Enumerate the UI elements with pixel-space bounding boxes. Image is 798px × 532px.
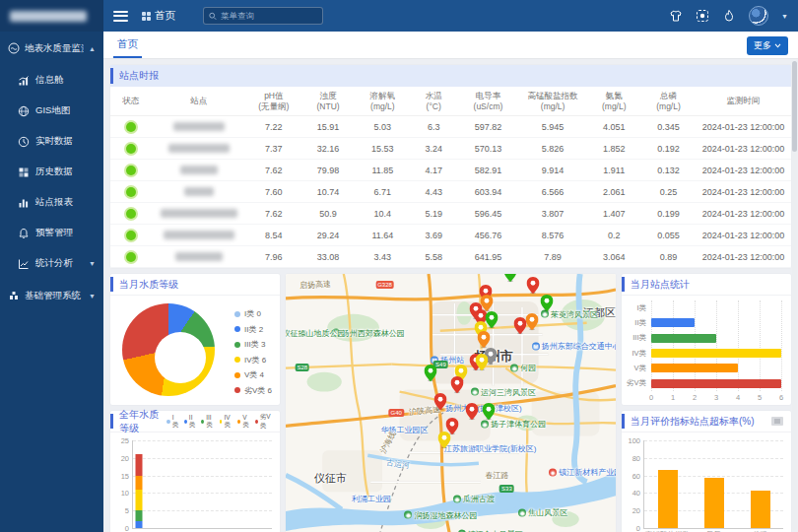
flame-icon[interactable]: [722, 9, 736, 23]
sidebar-item-station-report[interactable]: 站点报表: [0, 187, 103, 218]
sidebar-group-basic-management[interactable]: 基础管理系统 ▼: [0, 279, 103, 312]
y-tick-label: 25: [121, 436, 129, 445]
table-row[interactable]: 7.9633.083.435.58641.957.893.0640.892024…: [110, 246, 791, 268]
bar[interactable]: [651, 349, 781, 358]
map-marker[interactable]: [527, 277, 540, 299]
search-input[interactable]: [221, 11, 317, 21]
collapse-menu-icon[interactable]: [113, 11, 128, 22]
stacked-column[interactable]: [263, 440, 270, 528]
y-tick-label: 20: [121, 453, 129, 462]
map-marker[interactable]: [540, 295, 553, 316]
bar[interactable]: [651, 318, 695, 327]
chart-toolbox-icon[interactable]: [771, 417, 783, 426]
map-marker[interactable]: [483, 403, 496, 425]
table-row[interactable]: 8.5429.2411.643.69456.768.5760.20.055202…: [110, 225, 791, 246]
breadcrumb[interactable]: 首页: [142, 9, 175, 23]
legend-item[interactable]: III类: [201, 414, 214, 430]
legend-item[interactable]: IV类 6: [234, 355, 272, 366]
gis-map-icon: [18, 105, 30, 117]
screenshot-icon[interactable]: [696, 9, 709, 23]
legend-item[interactable]: V类: [237, 414, 250, 430]
alert-icon: [18, 228, 30, 239]
map-marker[interactable]: [425, 364, 437, 385]
map-marker[interactable]: [476, 353, 489, 374]
map-marker[interactable]: [466, 403, 479, 425]
legend-item[interactable]: 劣V类 6: [234, 385, 272, 396]
legend-item[interactable]: I类 0: [234, 308, 272, 319]
legend-item[interactable]: II类: [184, 414, 197, 430]
value-cell: 7.60: [246, 187, 300, 197]
legend-item[interactable]: I类: [166, 414, 179, 430]
map-marker[interactable]: [437, 431, 450, 452]
map-marker[interactable]: [451, 376, 464, 398]
value-cell: 6.3: [410, 122, 457, 132]
sidebar-group-surface-water-system[interactable]: 地表水质量监测系统 ▲: [0, 32, 103, 65]
bar[interactable]: [704, 478, 724, 528]
sidebar-item-info-board[interactable]: 信息舱: [0, 65, 103, 96]
stacked-column[interactable]: [147, 440, 154, 528]
sidebar-item-realtime[interactable]: 实时数据: [0, 126, 103, 157]
stacked-column[interactable]: [251, 440, 258, 528]
map-marker[interactable]: [503, 274, 516, 287]
user-avatar[interactable]: [749, 6, 768, 26]
sidebar-item-history[interactable]: 历史数据: [0, 157, 103, 187]
y-tick-label: 40: [632, 489, 640, 498]
column-unit: (uS/cm): [457, 101, 518, 112]
map-marker[interactable]: [513, 317, 526, 339]
map-marker[interactable]: [434, 393, 447, 415]
legend-item[interactable]: II类 2: [234, 324, 272, 335]
legend-item[interactable]: V类 4: [234, 369, 272, 380]
status-ok-dot: [126, 166, 136, 175]
value-cell: 5.03: [356, 122, 410, 132]
map-marker[interactable]: [525, 313, 538, 335]
stacked-column[interactable]: [181, 440, 188, 528]
more-button[interactable]: 更多: [747, 36, 788, 55]
column-unit: (mg/L): [519, 101, 587, 112]
sidebar-item-gis-map[interactable]: GIS地图: [0, 96, 103, 126]
column-header: 高锰酸盐指数(mg/L): [519, 91, 587, 111]
map-panel[interactable]: 扬州市仪征市江都区♣扬州西郊森林公园♣仪征捺山地质公园♣茱萸湾风景区♣何园♣运河…: [286, 274, 616, 532]
legend-item[interactable]: 劣V类: [255, 413, 272, 431]
table-row[interactable]: 7.3732.1615.533.24570.135.8261.8520.1922…: [110, 138, 791, 160]
value-cell: 0.25: [641, 187, 696, 197]
table-row[interactable]: 7.6250.910.45.19596.453.8071.4070.199202…: [110, 203, 791, 225]
bar[interactable]: [651, 379, 781, 388]
stacked-column[interactable]: [159, 440, 166, 528]
station-report-panel-title: 站点时报: [110, 65, 791, 87]
bar[interactable]: [651, 364, 738, 372]
sidebar-item-stats[interactable]: 统计分析▼: [0, 248, 103, 279]
menu-search[interactable]: [203, 7, 323, 25]
stacked-column[interactable]: [239, 440, 246, 528]
page-scrollbar[interactable]: [792, 61, 797, 530]
legend-item[interactable]: IV类: [220, 414, 233, 430]
y-tick-label: 60: [632, 471, 640, 480]
legend-dot: [234, 357, 240, 363]
table-row[interactable]: 7.6279.9811.854.17582.919.9141.9110.1322…: [110, 160, 791, 181]
bar[interactable]: [651, 334, 716, 343]
table-row[interactable]: 7.6010.746.714.43603.946.5662.0610.25202…: [110, 181, 791, 203]
theme-shirt-icon[interactable]: [669, 9, 683, 23]
legend-label: V类 4: [244, 369, 264, 380]
stacked-column[interactable]: [193, 440, 200, 528]
legend-label: V类: [242, 414, 250, 430]
scrollbar-thumb[interactable]: [792, 61, 797, 152]
table-row[interactable]: 7.2215.915.036.3597.825.9454.0510.345202…: [110, 116, 791, 138]
stacked-column[interactable]: [170, 440, 177, 528]
value-cell: 7.62: [246, 166, 300, 175]
sidebar-item-alert[interactable]: 预警管理: [0, 218, 103, 248]
tab-home[interactable]: 首页: [113, 32, 142, 58]
user-menu-chevron-icon[interactable]: ▼: [781, 13, 788, 20]
sidebar-item-label: 信息舱: [35, 74, 64, 87]
stacked-column[interactable]: [205, 440, 212, 528]
stacked-column[interactable]: [228, 440, 234, 528]
bar[interactable]: [658, 470, 678, 528]
value-cell: 3.064: [587, 252, 641, 262]
y-tick-label: 10: [121, 489, 129, 498]
tabbar: 首页 更多: [103, 32, 798, 59]
value-cell: 15.53: [356, 144, 410, 154]
legend-item[interactable]: III类 3: [234, 339, 272, 350]
stacked-column[interactable]: [135, 440, 142, 528]
stacked-column[interactable]: [217, 440, 224, 528]
main-area: 首页 ▼ 首页 更多: [103, 0, 798, 532]
bar[interactable]: [751, 491, 770, 528]
